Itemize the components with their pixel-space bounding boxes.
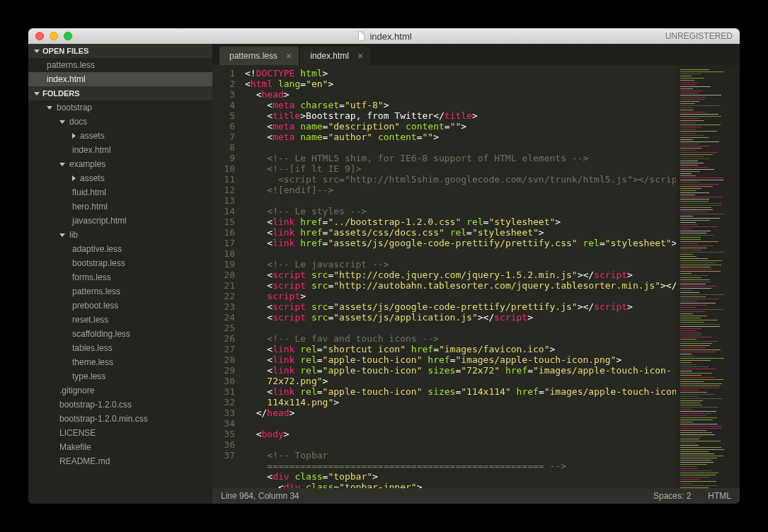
code-line[interactable]: <script src="assets/js/google-code-prett…: [245, 301, 676, 312]
line-number[interactable]: 3: [215, 89, 235, 100]
line-number[interactable]: 25: [215, 323, 235, 333]
line-number[interactable]: 36: [215, 439, 235, 450]
file-item[interactable]: tables.less: [28, 341, 212, 355]
line-number[interactable]: 24: [215, 312, 235, 323]
line-number[interactable]: 23: [215, 301, 235, 312]
open-files-header[interactable]: OPEN FILES: [28, 44, 212, 58]
line-number[interactable]: 30: [215, 376, 235, 386]
line-number[interactable]: 31: [215, 386, 235, 397]
folder-item[interactable]: bootstrap: [28, 100, 212, 115]
code-line[interactable]: <link rel="apple-touch-icon" href="image…: [245, 354, 676, 365]
code-line[interactable]: <title>Bootstrap, from Twitter</title>: [245, 110, 676, 121]
code-line[interactable]: [245, 248, 676, 259]
sidebar[interactable]: OPEN FILES patterns.lessindex.html FOLDE…: [28, 44, 212, 504]
code-area[interactable]: <!DOCTYPE html><html lang="en"> <head> <…: [241, 65, 676, 488]
code-line[interactable]: <![endif]-->: [245, 185, 676, 195]
line-number[interactable]: 2: [215, 79, 235, 89]
minimize-window-icon[interactable]: [50, 32, 58, 40]
line-number[interactable]: 18: [215, 248, 235, 259]
folders-header[interactable]: FOLDERS: [28, 86, 212, 100]
cursor-position[interactable]: Line 964, Column 34: [221, 491, 299, 501]
code-line[interactable]: <!-- Topbar: [245, 450, 676, 461]
code-line[interactable]: <!-- Le javascript -->: [245, 259, 676, 270]
folder-item[interactable]: assets: [28, 129, 212, 143]
file-item[interactable]: index.html: [28, 143, 212, 157]
indent-setting[interactable]: Spaces: 2: [653, 491, 691, 501]
file-item[interactable]: scaffolding.less: [28, 327, 212, 341]
line-number[interactable]: 32: [215, 397, 235, 407]
code-line[interactable]: <!-- Le HTML5 shim, for IE6-8 support of…: [245, 153, 676, 163]
line-number[interactable]: 10: [215, 163, 235, 174]
line-number[interactable]: 6: [215, 121, 235, 132]
file-item[interactable]: preboot.less: [28, 299, 212, 313]
line-number[interactable]: 16: [215, 227, 235, 238]
code-line[interactable]: <meta charset="utf-8">: [245, 100, 676, 110]
code-line[interactable]: ========================================…: [245, 461, 676, 471]
line-number[interactable]: 8: [215, 142, 235, 153]
file-item[interactable]: reset.less: [28, 313, 212, 327]
line-number[interactable]: 34: [215, 418, 235, 429]
code-line[interactable]: <!-- Le fav and touch icons -->: [245, 333, 676, 344]
code-line[interactable]: 114x114.png">: [245, 397, 676, 407]
code-line[interactable]: <link rel="apple-touch-icon" sizes="72x7…: [245, 365, 676, 376]
gutter[interactable]: 1234567891011121314151617181920212223242…: [212, 65, 241, 488]
code-line[interactable]: 72x72.png">: [245, 376, 676, 386]
file-item[interactable]: patterns.less: [28, 284, 212, 299]
line-number[interactable]: 5: [215, 110, 235, 121]
line-number[interactable]: 20: [215, 270, 235, 280]
folder-item[interactable]: examples: [28, 157, 212, 171]
file-item[interactable]: fluid.html: [28, 185, 212, 200]
code-line[interactable]: <meta name="author" content="">: [245, 132, 676, 142]
code-line[interactable]: [245, 195, 676, 206]
code-line[interactable]: <div class="topbar">: [245, 471, 676, 482]
line-number[interactable]: 37: [215, 450, 235, 461]
code-line[interactable]: <script src="http://code.jquery.com/jque…: [245, 270, 676, 280]
syntax-setting[interactable]: HTML: [708, 491, 731, 501]
code-line[interactable]: <link rel="apple-touch-icon" sizes="114x…: [245, 386, 676, 397]
code-line[interactable]: <head>: [245, 89, 676, 100]
code-line[interactable]: <link rel="shortcut icon" href="images/f…: [245, 344, 676, 354]
line-number[interactable]: 15: [215, 216, 235, 227]
tab[interactable]: patterns.less×: [219, 47, 299, 65]
line-number[interactable]: 27: [215, 344, 235, 354]
folder-item[interactable]: lib: [28, 228, 212, 242]
file-item[interactable]: hero.html: [28, 200, 212, 214]
line-number[interactable]: 9: [215, 153, 235, 163]
line-number[interactable]: 1: [215, 68, 235, 79]
code-line[interactable]: <script src="assets/js/application.js"><…: [245, 312, 676, 323]
line-number[interactable]: 21: [215, 280, 235, 291]
code-line[interactable]: [245, 439, 676, 450]
file-item[interactable]: bootstrap.less: [28, 256, 212, 270]
tab[interactable]: index.html×: [300, 47, 370, 65]
code-line[interactable]: <!-- Le styles -->: [245, 206, 676, 216]
code-line[interactable]: [245, 323, 676, 333]
file-item[interactable]: .gitignore: [28, 383, 212, 398]
code-line[interactable]: <meta name="description" content="">: [245, 121, 676, 132]
line-number[interactable]: 33: [215, 407, 235, 418]
folder-item[interactable]: assets: [28, 171, 212, 185]
code-line[interactable]: script>: [245, 291, 676, 301]
file-item[interactable]: type.less: [28, 369, 212, 383]
line-number[interactable]: 4: [215, 100, 235, 110]
folder-item[interactable]: docs: [28, 115, 212, 129]
line-number[interactable]: 14: [215, 206, 235, 216]
line-number[interactable]: 13: [215, 195, 235, 206]
open-file-item[interactable]: index.html: [28, 72, 212, 86]
code-line[interactable]: [245, 418, 676, 429]
file-item[interactable]: LICENSE: [28, 426, 212, 440]
line-number[interactable]: 7: [215, 132, 235, 142]
minimap[interactable]: [676, 65, 740, 488]
file-item[interactable]: forms.less: [28, 270, 212, 284]
line-number[interactable]: 12: [215, 185, 235, 195]
file-item[interactable]: theme.less: [28, 355, 212, 369]
line-number[interactable]: 17: [215, 238, 235, 248]
code-line[interactable]: <link href="assets/js/google-code-pretti…: [245, 238, 676, 248]
file-item[interactable]: README.md: [28, 454, 212, 468]
code-line[interactable]: <script src="http://html5shim.googlecode…: [245, 174, 676, 185]
code-line[interactable]: <script src="http://autobahn.tablesorter…: [245, 280, 676, 291]
file-item[interactable]: bootstrap-1.2.0.css: [28, 398, 212, 412]
code-line[interactable]: <!DOCTYPE html>: [245, 68, 676, 79]
file-item[interactable]: javascript.html: [28, 214, 212, 228]
line-number[interactable]: 35: [215, 429, 235, 439]
code-line[interactable]: <html lang="en">: [245, 79, 676, 89]
